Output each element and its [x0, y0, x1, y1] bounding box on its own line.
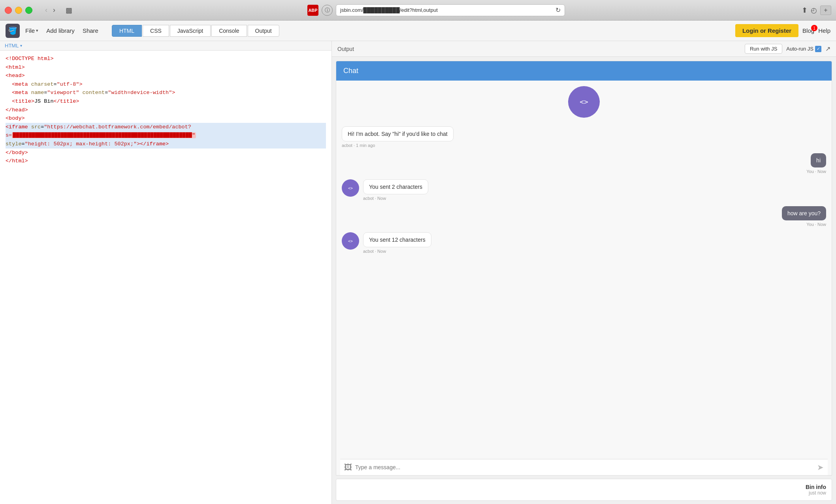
message-row-bot-intro: Hi! I'm acbot. Say "hi" if you'd like to… [342, 126, 826, 148]
file-menu[interactable]: File ▾ [25, 27, 38, 34]
back-button[interactable]: ‹ [43, 5, 50, 15]
share-button[interactable]: ⬆ [802, 6, 808, 15]
tab-css[interactable]: CSS [143, 25, 169, 37]
code-line: </html> [6, 157, 326, 165]
code-line-highlighted: style="height: 502px; max-height: 502px;… [6, 140, 326, 149]
address-bar-wrapper: ABP ⓘ jsbin.com/██████████/edit?html,out… [79, 4, 794, 16]
adblock-extension-icon[interactable]: ABP [307, 5, 318, 16]
bin-info-time: just now [342, 490, 826, 496]
output-label: Output [337, 46, 354, 52]
lang-selector[interactable]: HTML ▾ [5, 43, 22, 49]
chat-bubble-bot-2char: You sent 2 characters [363, 179, 428, 194]
maximize-button[interactable] [25, 7, 32, 14]
code-line: <body> [6, 114, 326, 123]
reload-button[interactable]: ↻ [555, 6, 561, 14]
fullscreen-button[interactable]: ◴ [811, 6, 817, 15]
code-line: <!DOCTYPE html> [6, 55, 326, 63]
expand-output-button[interactable]: ↗ [825, 45, 830, 53]
tab-javascript[interactable]: JavaScript [170, 25, 211, 37]
minimize-button[interactable] [15, 7, 22, 14]
help-button[interactable]: Help [818, 27, 830, 34]
message-meta-user-how: You · Now [806, 222, 826, 227]
close-button[interactable] [5, 7, 12, 14]
svg-text:<>: <> [348, 186, 353, 190]
message-row-user-how: how are you? You · Now [342, 206, 826, 227]
code-line: <head> [6, 71, 326, 80]
sidebar-toggle-button[interactable]: ▩ [63, 5, 75, 15]
chat-text-input[interactable] [355, 464, 814, 470]
address-bar[interactable]: jsbin.com/██████████/edit?html,output ↻ [336, 4, 565, 16]
chat-bubble-user-how: how are you? [782, 206, 826, 220]
tab-output[interactable]: Output [248, 25, 279, 37]
output-toolbar: Output Run with JS Auto-run JS ✓ ↗ [332, 41, 836, 57]
autorun-label: Auto-run JS ✓ [786, 46, 821, 52]
send-button[interactable]: ➤ [817, 463, 824, 472]
code-line: </head> [6, 106, 326, 115]
message-col-bot: Hi! I'm acbot. Say "hi" if you'd like to… [342, 126, 454, 148]
output-panel: Output Run with JS Auto-run JS ✓ ↗ Chat [332, 41, 836, 504]
message-meta-bot-2char: acbot · Now [363, 196, 428, 201]
lang-arrow-icon: ▾ [20, 43, 22, 48]
message-meta-user-hi: You · Now [806, 169, 826, 174]
chat-bubble-bot-12char: You sent 12 characters [363, 232, 431, 247]
bot-avatar-small-2: <> [342, 232, 359, 250]
message-row-user-hi: hi You · Now [342, 153, 826, 174]
chat-header: Chat [336, 61, 832, 81]
code-line-highlighted: <iframe src="https://webchat.botframewor… [6, 123, 326, 132]
bot-avatar-large: <> [568, 86, 600, 118]
login-register-button[interactable]: Login or Register [735, 24, 798, 37]
chat-bubble-bot-intro: Hi! I'm acbot. Say "hi" if you'd like to… [342, 126, 454, 141]
share-menu[interactable]: Share [83, 27, 98, 34]
forward-button[interactable]: › [51, 5, 58, 15]
code-line-highlighted: s=██████████████████████████████████████… [6, 131, 326, 140]
autorun-checkbox[interactable]: ✓ [815, 46, 821, 52]
code-area[interactable]: <!DOCTYPE html> <html> <head> <meta char… [0, 51, 331, 504]
code-line: <html> [6, 63, 326, 72]
message-meta-bot-intro: acbot · 1 min ago [342, 143, 454, 148]
message-meta-bot-12char: acbot · Now [363, 249, 431, 254]
traffic-lights [5, 7, 32, 14]
svg-text:<>: <> [348, 239, 353, 243]
editor-panel: HTML ▾ <!DOCTYPE html> <html> <head> <me… [0, 41, 332, 504]
message-col-user-hi: hi You · Now [806, 153, 826, 174]
tab-html[interactable]: HTML [112, 25, 142, 37]
toolbar: 🪣 File ▾ Add library Share HTML CSS Java… [0, 21, 836, 41]
url-text: jsbin.com/██████████/edit?html,output [340, 7, 553, 13]
chat-input-bar: 🖼 ➤ [340, 459, 828, 475]
add-library-menu[interactable]: Add library [46, 27, 75, 34]
blog-badge: 1 [811, 25, 817, 31]
code-line: </body> [6, 149, 326, 157]
message-row-bot-12char: <> You sent 12 characters acbot · Now [342, 232, 826, 254]
output-toolbar-right: Run with JS Auto-run JS ✓ ↗ [745, 44, 830, 54]
tab-console[interactable]: Console [211, 25, 247, 37]
toolbar-right: Login or Register Blog 1 Help [735, 24, 830, 37]
title-bar-right: ⬆ ◴ + [802, 6, 831, 15]
code-line: <title>JS Bin</title> [6, 97, 326, 106]
chat-bubble-user-hi: hi [811, 153, 826, 167]
toolbar-menu: File ▾ Add library Share [25, 27, 98, 34]
bot-small-icon-2: <> [346, 236, 355, 246]
title-bar: ‹ › ▩ ABP ⓘ jsbin.com/██████████/edit?ht… [0, 0, 836, 21]
toolbar-tabs: HTML CSS JavaScript Console Output [112, 25, 279, 37]
message-row-bot-2char: <> You sent 2 characters acbot · Now [342, 179, 826, 201]
bot-icon: <> [576, 94, 592, 110]
app-icon: 🪣 [6, 24, 20, 38]
bot-small-icon-1: <> [346, 183, 355, 193]
nav-arrows: ‹ › [43, 5, 58, 15]
message-col-bot-12char: You sent 12 characters acbot · Now [363, 232, 431, 254]
file-arrow-icon: ▾ [36, 28, 38, 33]
bin-info-title: Bin info [342, 484, 826, 490]
expand-button[interactable]: + [820, 6, 831, 15]
blog-button[interactable]: Blog 1 [802, 27, 814, 34]
chat-widget: Chat <> Hi! I'm acbot. Sa [336, 61, 832, 476]
main-content: HTML ▾ <!DOCTYPE html> <html> <head> <me… [0, 41, 836, 504]
code-line: <meta name="viewport" content="width=dev… [6, 88, 326, 97]
info-extension-icon[interactable]: ⓘ [322, 5, 333, 16]
run-with-js-button[interactable]: Run with JS [745, 44, 782, 54]
svg-text:<>: <> [580, 98, 588, 106]
chat-messages[interactable]: <> Hi! I'm acbot. Say "hi" if you'd like… [336, 81, 832, 459]
image-attach-button[interactable]: 🖼 [344, 463, 352, 472]
bot-avatar-container: <> [342, 86, 826, 121]
bot-avatar-small-1: <> [342, 179, 359, 197]
editor-lang-bar: HTML ▾ [0, 41, 331, 51]
